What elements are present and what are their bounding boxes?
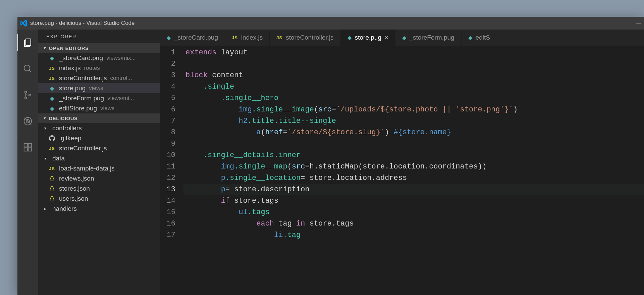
chevron-down-icon: ▼ [43,116,47,120]
vscode-window: store.pug - delicious - Visual Studio Co… [17,17,644,295]
svg-rect-10 [24,148,28,151]
source-control-activity-icon[interactable] [17,87,38,103]
code-line[interactable]: ul.tags [183,207,644,218]
minimize-button[interactable]: ─ [636,20,641,27]
pug-file-icon: ◆ [402,35,406,41]
chevron-down-icon: ▼ [43,46,47,50]
activity-bar [17,30,38,295]
js-file-icon: JS [232,35,238,40]
code-line[interactable]: .single__hero [183,93,644,104]
editor-tab[interactable]: JSindex.js [225,30,270,46]
open-editor-item[interactable]: JSstoreController.jscontrol... [38,73,160,83]
debug-activity-icon[interactable] [17,113,38,130]
code-line[interactable] [183,58,644,70]
editor-tab[interactable]: ◆_storeForm.pug [395,30,462,46]
chevron-down-icon: ▾ [44,156,49,161]
file-tree: ▾controllers.gitkeepJSstoreController.js… [38,123,160,214]
code-line[interactable]: if store.tags [183,195,644,207]
pug-file-icon: ◆ [167,35,171,41]
pug-file-icon: ◆ [48,95,56,102]
svg-point-1 [24,65,30,71]
open-editor-item[interactable]: ◆editStore.pugviews [38,103,160,113]
code-line[interactable]: img.single__map(src=h.staticMap(store.lo… [183,161,644,173]
file-path-hint: views [89,85,103,92]
file-name: editStore.pug [59,105,97,112]
file-item[interactable]: JSload-sample-data.js [38,163,160,174]
js-file-icon: JS [276,35,282,40]
svg-rect-12 [28,144,32,147]
editor-tab[interactable]: JSstoreController.js [270,30,340,46]
explorer-label: EXPLORER [38,30,160,43]
file-name: storeController.js [59,75,107,82]
explorer-activity-icon[interactable] [17,34,38,51]
pug-file-icon: ◆ [347,35,352,41]
code-line[interactable]: .single [183,81,644,93]
code-line[interactable]: img.single__image(src=`/uploads/${store.… [183,104,644,115]
code-line[interactable]: h2.title.title--single [183,115,644,127]
tab-label: _storeForm.pug [410,34,454,41]
pug-file-icon: ◆ [48,55,56,61]
editor-tab[interactable]: ◆editS [462,30,497,46]
code-line[interactable]: each tag in store.tags [183,218,644,230]
svg-line-8 [24,118,31,125]
file-name: index.js [59,64,80,72]
file-item[interactable]: {}users.json [38,194,160,204]
svg-point-3 [25,91,27,93]
chevron-down-icon: ▾ [44,126,49,131]
code-line[interactable]: block content [183,70,644,81]
file-name: load-sample-data.js [59,165,115,172]
extensions-activity-icon[interactable] [17,139,38,156]
folder-name: data [52,155,65,162]
close-icon[interactable]: × [385,34,388,41]
file-name: store.pug [59,85,86,92]
file-name: storeController.js [59,145,107,152]
file-item[interactable]: {}reviews.json [38,174,160,184]
json-file-icon: {} [48,176,56,182]
project-label: DELICIOUS [49,115,77,121]
json-file-icon: {} [48,186,56,192]
code-line[interactable]: a(href=`/store/${store.slug}`) #{store.n… [183,127,644,138]
line-number-gutter: 1234567891011121314151617 [160,46,183,295]
file-name: stores.json [59,185,90,192]
code-line[interactable]: p.single__location= store.location.addre… [183,173,644,184]
file-item[interactable]: JSstoreController.js [38,143,160,153]
project-header[interactable]: ▼ DELICIOUS [38,113,160,123]
editor-group: ◆_storeCard.pugJSindex.jsJSstoreControll… [160,30,644,295]
editor-tab[interactable]: ◆_storeCard.pug [160,30,225,46]
svg-point-5 [29,94,31,96]
file-path-hint: routes [84,65,100,71]
code-line[interactable]: li.tag [183,230,644,241]
file-item[interactable]: .gitkeep [38,133,160,143]
svg-rect-9 [24,144,28,147]
editor-tabs: ◆_storeCard.pugJSindex.jsJSstoreControll… [160,30,644,46]
code-content[interactable]: extends layoutblock content .single .sin… [183,46,644,295]
folder-item[interactable]: ▸handlers [38,204,160,214]
editor-area[interactable]: 1234567891011121314151617 extends layout… [160,46,644,295]
code-line[interactable]: p= store.description [183,184,644,195]
chevron-right-icon: ▸ [44,206,49,211]
tab-label: _storeCard.pug [174,34,218,41]
code-line[interactable]: extends layout [183,47,644,58]
folder-name: controllers [52,125,82,132]
js-file-icon: JS [48,66,56,71]
window-controls: ─ [636,20,641,27]
code-line[interactable] [183,138,644,150]
open-editor-item[interactable]: ◆_storeForm.pugviews\mi... [38,93,160,103]
js-file-icon: JS [48,146,56,151]
svg-rect-11 [28,148,32,151]
json-file-icon: {} [48,196,56,202]
open-editor-item[interactable]: ◆store.pugviews [38,83,160,93]
code-line[interactable]: .single__details.inner [183,150,644,161]
open-editor-item[interactable]: JSindex.jsroutes [38,63,160,73]
folder-item[interactable]: ▾controllers [38,123,160,133]
open-editor-item[interactable]: ◆_storeCard.pugviews\mix... [38,53,160,63]
file-item[interactable]: {}stores.json [38,184,160,194]
titlebar: store.pug - delicious - Visual Studio Co… [17,17,644,30]
editor-tab[interactable]: ◆store.pug× [341,30,395,46]
window-title: store.pug - delicious - Visual Studio Co… [30,20,636,27]
search-activity-icon[interactable] [17,60,38,77]
open-editors-header[interactable]: ▼ OPEN EDITORS [38,43,160,53]
file-path-hint: views\mi... [107,95,134,102]
file-name: reviews.json [59,175,94,182]
folder-item[interactable]: ▾data [38,153,160,163]
